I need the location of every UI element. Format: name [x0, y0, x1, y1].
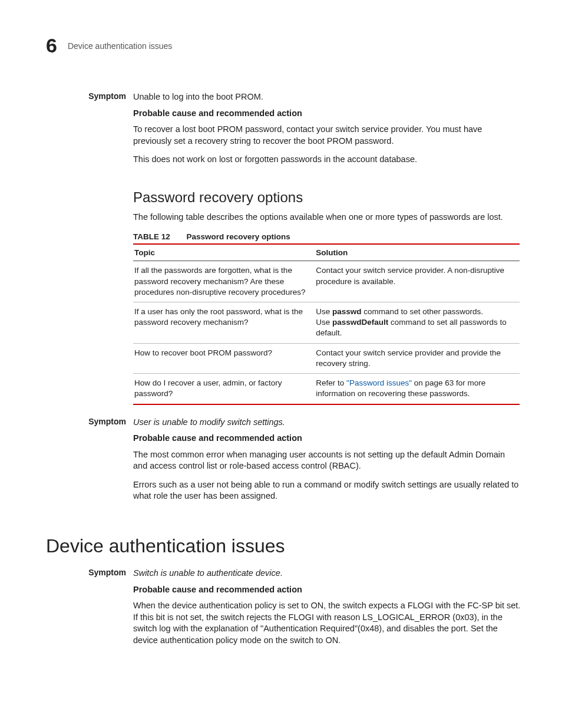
text: Use	[316, 307, 332, 316]
cause-paragraph: When the device authentication policy is…	[133, 600, 521, 646]
table-cell-solution: Refer to "Password issues" on page 63 fo…	[315, 374, 520, 404]
symptom-body: Switch is unable to authenticate device.…	[133, 568, 521, 653]
running-header: 6 Device authentication issues	[46, 34, 521, 57]
text: command to set other passwords.	[362, 307, 483, 316]
section-heading-device-auth: Device authentication issues	[46, 535, 521, 557]
cause-paragraph: Errors such as a user not being able to …	[133, 479, 521, 502]
table-cell-topic: How to recover boot PROM password?	[133, 343, 315, 373]
table-number: TABLE 12	[133, 232, 170, 241]
table-caption: TABLE 12 Password recovery options	[133, 232, 520, 241]
table-row: If a user has only the root password, wh…	[133, 302, 520, 344]
table-title: Password recovery options	[187, 232, 290, 241]
cause-heading: Probable cause and recommended action	[133, 433, 521, 444]
table-row: How do I recover a user, admin, or facto…	[133, 374, 520, 404]
symptom-body: Unable to log into the boot PROM. Probab…	[133, 91, 521, 173]
table-cell-topic: How do I recover a user, admin, or facto…	[133, 374, 315, 404]
section-heading: Password recovery options	[133, 189, 520, 206]
table-header-solution: Solution	[315, 244, 520, 261]
section-intro: The following table describes the option…	[133, 212, 520, 223]
command: passwd	[332, 307, 362, 316]
running-title: Device authentication issues	[68, 41, 172, 51]
cause-paragraph: This does not work on lost or forgotten …	[133, 154, 521, 166]
symptom-block-boot-prom: Symptom Unable to log into the boot PROM…	[46, 91, 521, 173]
document-page: 6 Device authentication issues Symptom U…	[0, 0, 562, 728]
cross-reference-link[interactable]: "Password issues"	[346, 378, 412, 387]
table-header-topic: Topic	[133, 244, 315, 261]
symptom-block-device-auth: Symptom Switch is unable to authenticate…	[46, 568, 521, 653]
symptom-text: Switch is unable to authenticate device.	[133, 568, 521, 579]
symptom-block-modify-settings: Symptom User is unable to modify switch …	[46, 417, 521, 509]
cause-heading: Probable cause and recommended action	[133, 584, 521, 596]
section-password-recovery: Password recovery options The following …	[133, 189, 520, 405]
table-row: How to recover boot PROM password? Conta…	[133, 343, 520, 373]
cause-heading: Probable cause and recommended action	[133, 108, 521, 120]
text: Use	[316, 318, 332, 327]
symptom-label: Symptom	[46, 568, 126, 653]
cause-paragraph: To recover a lost boot PROM password, co…	[133, 124, 521, 147]
command: passwdDefault	[332, 318, 388, 327]
symptom-text: User is unable to modify switch settings…	[133, 417, 521, 429]
table-cell-solution: Contact your switch service provider and…	[315, 343, 520, 373]
symptom-label: Symptom	[46, 91, 126, 173]
table-cell-topic: If all the passwords are forgotten, what…	[133, 261, 315, 302]
password-recovery-table: Topic Solution If all the passwords are …	[133, 243, 520, 404]
symptom-text: Unable to log into the boot PROM.	[133, 91, 521, 103]
chapter-number: 6	[46, 34, 57, 57]
symptom-body: User is unable to modify switch settings…	[133, 417, 521, 509]
cause-paragraph: The most common error when managing user…	[133, 449, 521, 472]
text: Refer to	[316, 378, 346, 387]
table-cell-topic: If a user has only the root password, wh…	[133, 302, 315, 344]
table-cell-solution: Contact your switch service provider. A …	[315, 261, 520, 302]
symptom-label: Symptom	[46, 417, 126, 509]
table-cell-solution: Use passwd command to set other password…	[315, 302, 520, 344]
table-row: If all the passwords are forgotten, what…	[133, 261, 520, 302]
